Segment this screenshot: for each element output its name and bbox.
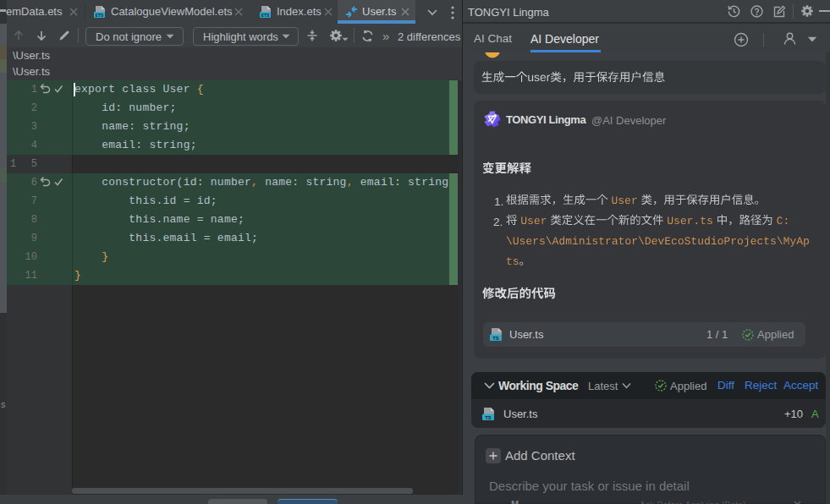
svg-text:ETS: ETS — [261, 13, 270, 18]
svg-text:ETS: ETS — [96, 13, 104, 18]
svg-text:TS: TS — [485, 415, 492, 420]
svg-text:TS: TS — [492, 336, 499, 341]
